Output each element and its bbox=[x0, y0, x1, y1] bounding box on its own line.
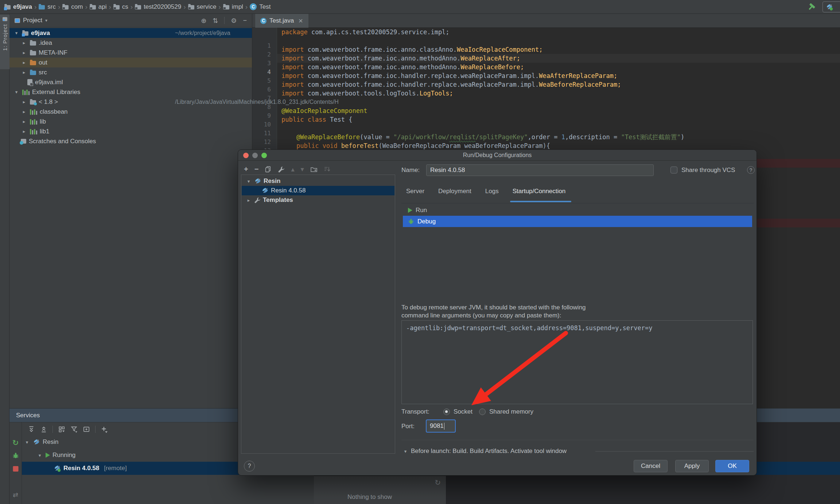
project-tree-item-scratches[interactable]: Scratches and Consoles bbox=[9, 136, 252, 146]
expanded-arrow-icon[interactable]: ▾ bbox=[24, 439, 30, 445]
code-line[interactable]: import com.weaverboot.frame.ioc.handler.… bbox=[281, 71, 617, 80]
collapsed-arrow-icon[interactable]: ▸ bbox=[21, 119, 27, 124]
dialog-title-bar[interactable]: Run/Debug Configurations bbox=[238, 150, 757, 161]
code-line[interactable]: import com.weaverboot.frame.ioc.anno.met… bbox=[281, 63, 524, 71]
build-hammer-icon[interactable] bbox=[807, 3, 816, 11]
group-by-icon[interactable] bbox=[58, 426, 65, 433]
rerun-icon[interactable]: ↻ bbox=[12, 438, 19, 447]
code-line[interactable]: public void beforeTest(WeaBeforeReplaceP… bbox=[281, 141, 550, 150]
code-line[interactable]: @WeaReplaceBefore(value = "/api/workflow… bbox=[281, 133, 684, 141]
help-icon[interactable]: ? bbox=[747, 166, 755, 174]
refresh-icon[interactable]: ↻ bbox=[435, 478, 441, 487]
copy-configuration-icon[interactable] bbox=[265, 166, 272, 173]
collapse-all-icon[interactable]: ⇅ bbox=[213, 17, 218, 24]
breadcrumb-item-test-class[interactable]: Test bbox=[250, 3, 271, 11]
breadcrumb-item-cs[interactable]: cs bbox=[113, 3, 128, 11]
ok-button[interactable]: OK bbox=[715, 460, 749, 472]
collapse-all-icon[interactable] bbox=[40, 426, 47, 433]
tab-deployment[interactable]: Deployment bbox=[438, 188, 471, 195]
share-through-vcs-checkbox[interactable] bbox=[670, 167, 677, 173]
run-configuration-selector[interactable] bbox=[822, 1, 840, 12]
project-tool-window-button[interactable]: 1: Project bbox=[0, 15, 9, 69]
expand-all-icon[interactable] bbox=[28, 426, 35, 433]
config-tree-item-resin-4-0-58[interactable]: Resin 4.0.58 bbox=[242, 186, 394, 195]
project-tree-item-lib1[interactable]: ▸ lib1 bbox=[9, 126, 252, 136]
open-in-new-frame-icon[interactable] bbox=[83, 426, 90, 433]
dialog-help-button[interactable]: ? bbox=[244, 461, 255, 472]
project-tree-item-external-libraries[interactable]: ▾ External Libraries bbox=[9, 87, 252, 97]
collapsed-arrow-icon[interactable]: ▸ bbox=[21, 99, 27, 105]
close-window-button[interactable] bbox=[243, 153, 249, 158]
code-line[interactable]: import com.weaverboot.frame.ioc.anno.met… bbox=[281, 54, 520, 63]
collapsed-arrow-icon[interactable]: ▸ bbox=[21, 40, 27, 46]
code-line[interactable]: import com.weaverboot.frame.ioc.handler.… bbox=[281, 80, 621, 89]
project-tree-item-src[interactable]: ▸ src bbox=[9, 67, 252, 77]
expanded-arrow-icon[interactable]: ▾ bbox=[36, 453, 43, 458]
breadcrumb-item-src[interactable]: src bbox=[39, 3, 56, 11]
code-line[interactable]: public class Test { bbox=[281, 115, 352, 124]
project-tree-item-jdk-1-8[interactable]: ▸ < 1.8 > /Library/Java/JavaVirtualMachi… bbox=[9, 97, 252, 107]
project-tree-item-classbean[interactable]: ▸ classbean bbox=[9, 107, 252, 117]
code-line[interactable]: import com.weaverboot.tools.logTools.Log… bbox=[281, 89, 453, 98]
code-line[interactable]: package com.api.cs.test20200529.service.… bbox=[281, 28, 450, 36]
hide-panel-icon[interactable]: − bbox=[243, 17, 247, 24]
project-tree-item-e9java[interactable]: ▾ e9java ~/work/project/e9java bbox=[9, 28, 252, 38]
project-tree-item-e9java-iml[interactable]: e9java.iml bbox=[9, 77, 252, 87]
collapsed-arrow-icon[interactable]: ▸ bbox=[245, 198, 252, 203]
edit-defaults-wrench-icon[interactable] bbox=[278, 166, 285, 173]
expanded-arrow-icon[interactable]: ▾ bbox=[13, 30, 20, 36]
name-input[interactable]: Resin 4.0.58 bbox=[426, 164, 654, 176]
create-folder-icon[interactable] bbox=[310, 166, 318, 173]
project-tree-item-meta-inf[interactable]: ▸ META-INF bbox=[9, 48, 252, 58]
apply-button[interactable]: Apply bbox=[675, 460, 709, 472]
add-configuration-icon[interactable]: + bbox=[244, 165, 248, 173]
export-icon[interactable]: ⇄ bbox=[13, 491, 18, 499]
cancel-button[interactable]: Cancel bbox=[634, 460, 668, 472]
gear-icon[interactable]: ⚙ bbox=[231, 17, 237, 24]
project-tree-item-out[interactable]: ▸ out bbox=[9, 58, 252, 67]
breadcrumb-item-api[interactable]: api bbox=[90, 3, 107, 11]
code-line[interactable]: import com.weaverboot.frame.ioc.anno.cla… bbox=[281, 45, 542, 54]
transport-shared-memory-radio[interactable] bbox=[479, 409, 486, 415]
collapsed-arrow-icon[interactable]: ▸ bbox=[21, 70, 27, 75]
remove-configuration-icon[interactable]: − bbox=[254, 165, 259, 173]
locate-file-icon[interactable]: ⊕ bbox=[201, 17, 206, 24]
project-tree-item-idea[interactable]: ▸ .idea bbox=[9, 38, 252, 48]
collapsed-arrow-icon[interactable]: ▸ bbox=[21, 50, 27, 55]
debug-hint-line1: To debug remote server JVM, it should be… bbox=[401, 304, 586, 311]
command-line-arguments-box[interactable]: -agentlib:jdwp=transport=dt_socket,addre… bbox=[401, 320, 753, 404]
debug-bug-icon[interactable] bbox=[12, 452, 19, 459]
before-launch-expander-icon[interactable]: ▾ bbox=[402, 449, 409, 454]
project-tree-item-lib[interactable]: ▸ lib bbox=[9, 117, 252, 126]
transport-socket-label: Socket bbox=[454, 406, 472, 417]
add-service-icon[interactable] bbox=[101, 426, 108, 433]
play-icon bbox=[46, 453, 50, 458]
tab-logs[interactable]: Logs bbox=[485, 188, 499, 195]
editor-tab-test-java[interactable]: Test.java ✕ bbox=[255, 14, 308, 28]
tab-startup-connection[interactable]: Startup/Connection bbox=[513, 188, 566, 195]
zoom-window-button[interactable] bbox=[261, 153, 267, 158]
port-input[interactable]: 9081 bbox=[426, 419, 456, 433]
collapsed-arrow-icon[interactable]: ▸ bbox=[21, 109, 27, 114]
mode-row-debug[interactable]: Debug bbox=[403, 216, 752, 227]
breadcrumb-item-com[interactable]: com bbox=[62, 3, 83, 11]
close-tab-icon[interactable]: ✕ bbox=[298, 17, 303, 24]
breadcrumb-item-e9java[interactable]: e9java bbox=[4, 3, 32, 11]
mode-row-run[interactable]: Run bbox=[403, 204, 752, 216]
code-line[interactable]: @WeaIocReplaceComponent bbox=[281, 106, 367, 115]
line-number: 1 bbox=[256, 42, 271, 50]
expanded-arrow-icon[interactable]: ▾ bbox=[245, 179, 252, 184]
stop-icon[interactable] bbox=[13, 466, 18, 472]
breadcrumb-item-service[interactable]: service bbox=[188, 3, 217, 11]
breadcrumb-item-test20200529[interactable]: test20200529 bbox=[135, 3, 181, 11]
filter-icon[interactable] bbox=[70, 426, 78, 433]
transport-socket-radio[interactable] bbox=[443, 409, 450, 415]
breadcrumb-item-impl[interactable]: impl bbox=[223, 3, 243, 11]
config-tree-item-resin-group[interactable]: ▾ Resin bbox=[242, 176, 394, 186]
config-tree-item-templates[interactable]: ▸ Templates bbox=[242, 195, 394, 205]
collapsed-arrow-icon[interactable]: ▸ bbox=[21, 129, 27, 134]
project-view-selector[interactable]: Project ▾ bbox=[15, 17, 47, 24]
tab-server[interactable]: Server bbox=[406, 188, 424, 195]
collapsed-arrow-icon[interactable]: ▸ bbox=[21, 60, 27, 65]
expanded-arrow-icon[interactable]: ▾ bbox=[13, 89, 20, 95]
